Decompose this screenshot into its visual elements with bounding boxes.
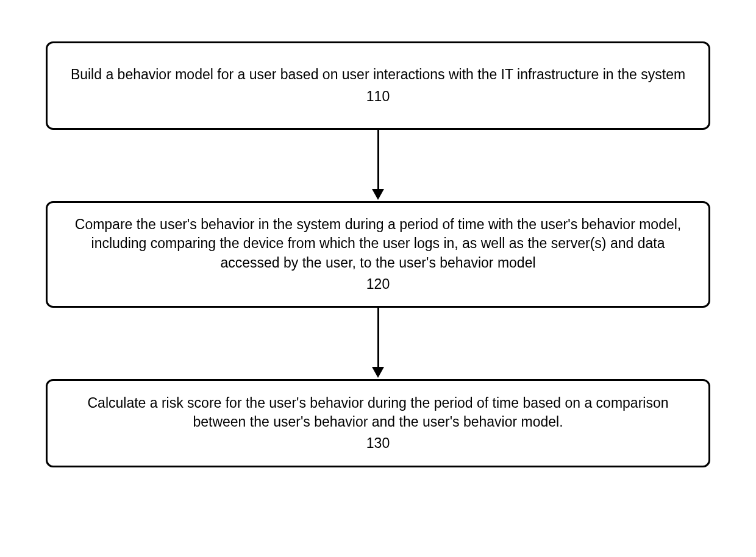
flow-step-130-text: Calculate a risk score for the user's be… [65,394,691,431]
flow-step-110-text: Build a behavior model for a user based … [71,65,685,84]
arrow-120-to-130 [377,308,379,369]
flowchart-canvas: Build a behavior model for a user based … [0,0,756,557]
flow-step-130-number: 130 [366,434,390,453]
flow-step-120-number: 120 [366,275,390,294]
flow-step-120: Compare the user's behavior in the syste… [46,201,710,308]
flow-step-130: Calculate a risk score for the user's be… [46,379,710,467]
arrow-110-to-120 [377,130,379,191]
arrow-head-120-to-130 [372,367,384,378]
flow-step-110-number: 110 [366,87,390,106]
flow-step-120-text: Compare the user's behavior in the syste… [65,215,691,272]
flow-step-110: Build a behavior model for a user based … [46,41,710,130]
arrow-head-110-to-120 [372,189,384,200]
